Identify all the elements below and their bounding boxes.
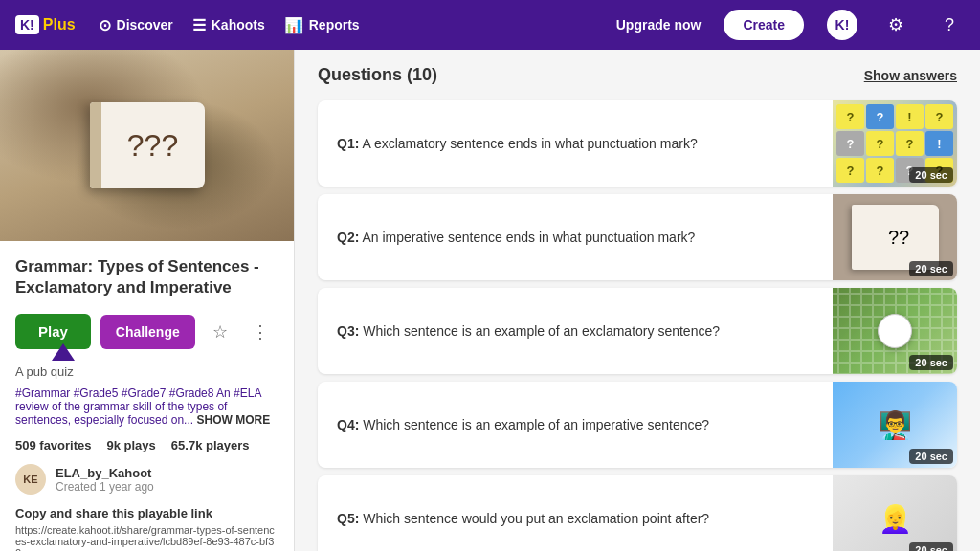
question-text-area: Q4: Which sentence is an example of an i… [318,402,833,448]
plays-stat: 9k plays [107,438,156,452]
girl-thumb: 👱‍♀️ [833,475,957,551]
question-card: Q3: Which sentence is an example of an e… [318,288,957,374]
nav-reports-label: Reports [309,17,360,33]
players-stat: 65.7k players [171,438,250,452]
help-button[interactable]: ? [934,10,965,40]
avatar: KE [15,464,46,495]
share-link-title: Copy and share this playable link [15,506,278,520]
main-nav: ⊙ Discover ☰ Kahoots 📊 Reports [99,16,360,34]
book-spine [90,102,101,188]
soccer-ball-icon [878,314,912,348]
timer-badge: 20 sec [909,542,953,551]
more-options-button[interactable]: ⋮ [245,317,276,347]
question-label: Q5: [337,511,359,526]
timer-badge: 20 sec [909,261,953,276]
plus-label: Plus [43,16,76,33]
question-card: Q4: Which sentence is an example of an i… [318,382,957,468]
left-panel-content: Grammar: Types of Sentences - Exclamator… [0,241,294,551]
book-inner: ?? [852,205,939,270]
challenge-button[interactable]: Challenge [100,315,195,349]
left-panel: ??? Grammar: Types of Sentences - Exclam… [0,50,295,551]
question-text: Which sentence would you put an exclamat… [363,511,709,526]
question-label: Q1: [337,136,359,151]
question-thumbnail: ? ? ! ? ? ? ? ! ? ? ? ? 20 sec [833,100,957,187]
cover-background: ??? [0,50,294,241]
gear-icon: ⚙ [888,14,903,35]
nav-discover[interactable]: ⊙ Discover [99,16,173,34]
question-label: Q3: [337,323,359,339]
question-card: Q2: An imperative sentence ends in what … [318,194,957,280]
k-profile-label: K! [835,17,850,33]
quiz-type: A pub quiz [15,364,278,379]
favorites-stat: 509 favorites [15,438,92,452]
questions-title: Questions (10) [318,65,437,85]
star-icon: ☆ [212,321,228,342]
favorite-button[interactable]: ☆ [205,317,235,347]
nav-discover-label: Discover [117,17,173,33]
question-thumbnail: 👱‍♀️ 20 sec [833,475,957,551]
creator-row: KE ELA_by_Kahoot Created 1 year ago [15,464,278,495]
ellipsis-icon: ⋮ [252,321,269,342]
question-text-area: Q3: Which sentence is an example of an e… [318,308,833,354]
question-text-area: Q1: A exclamatory sentence ends in what … [318,121,833,166]
logo[interactable]: K! Plus [15,15,76,34]
create-button[interactable]: Create [724,10,804,40]
reports-icon: 📊 [284,16,303,34]
settings-button[interactable]: ⚙ [880,10,911,40]
book-question-marks: ??? [116,128,178,164]
question-label: Q4: [337,417,359,432]
question-text: A exclamatory sentence ends in what punc… [362,136,697,151]
question-text: Which sentence is an example of an excla… [363,323,720,339]
question-thumbnail: 20 sec [833,288,957,374]
question-card: Q5: Which sentence would you put an excl… [318,475,957,551]
question-text-area: Q5: Which sentence would you put an excl… [318,496,833,541]
quiz-title: Grammar: Types of Sentences - Exclamator… [15,256,278,298]
app-header: K! Plus ⊙ Discover ☰ Kahoots 📊 Reports U… [0,0,980,50]
main-layout: ??? Grammar: Types of Sentences - Exclam… [0,50,980,551]
share-link-section: Copy and share this playable link https:… [15,506,278,551]
question-text: Which sentence is an example of an imper… [363,417,709,432]
timer-badge: 20 sec [909,355,953,370]
question-card: Q1: A exclamatory sentence ends in what … [318,100,957,187]
book-illustration: ??? [90,102,205,188]
question-label: Q2: [337,230,359,245]
question-thumbnail: 👨‍🏫 20 sec [833,382,957,468]
question-text: An imperative sentence ends in what punc… [362,230,695,245]
creator-name: ELA_by_Kahoot [56,466,154,480]
share-link[interactable]: https://create.kahoot.it/share/grammar-t… [15,524,278,551]
question-text-area: Q2: An imperative sentence ends in what … [318,214,833,260]
discover-icon: ⊙ [99,16,111,34]
show-more-button[interactable]: SHOW MORE [196,413,270,427]
k-logo-icon: K! [15,15,39,34]
cover-image: ??? [0,50,294,241]
upgrade-button[interactable]: Upgrade now [616,17,702,33]
help-icon: ? [945,15,954,35]
arrow-up-icon [52,343,75,361]
show-answers-button[interactable]: Show answers [864,68,957,83]
right-panel: Questions (10) Show answers Q1: A exclam… [295,50,980,551]
created-time: Created 1 year ago [56,480,154,494]
nav-kahoots[interactable]: ☰ Kahoots [192,16,265,34]
question-thumbnail: ?? 20 sec [833,194,957,280]
creator-info: ELA_by_Kahoot Created 1 year ago [56,466,154,494]
stats-row: 509 favorites 9k plays 65.7k players [15,438,278,452]
timer-badge: 20 sec [909,449,953,464]
timer-badge: 20 sec [909,167,953,183]
kahoots-icon: ☰ [192,16,206,34]
nav-reports[interactable]: 📊 Reports [284,16,360,34]
questions-header: Questions (10) Show answers [318,65,957,85]
nav-kahoots-label: Kahoots [212,17,265,33]
tags: #Grammar #Grade5 #Grade7 #Grade8 An #ELA… [15,386,278,427]
profile-button[interactable]: K! [827,10,858,40]
